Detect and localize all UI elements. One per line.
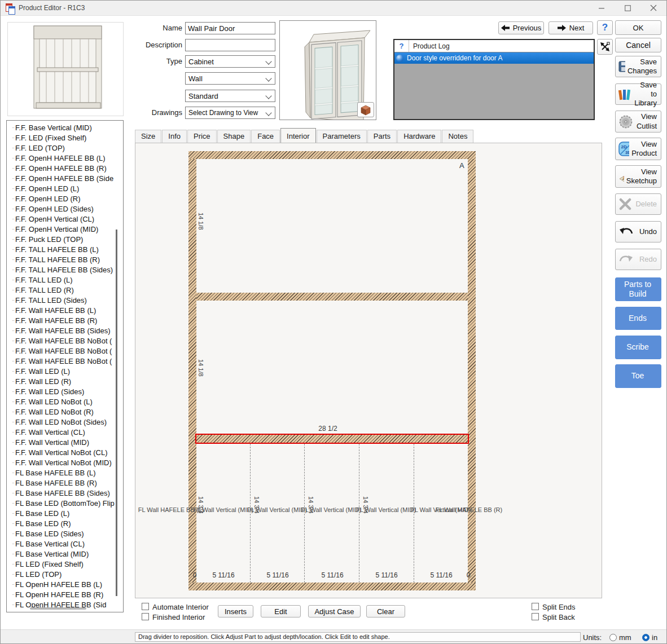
case-left-panel[interactable]	[188, 159, 196, 583]
split-back-checkbox[interactable]	[532, 613, 539, 620]
view-cutlist-button[interactable]: View Cutlist	[615, 111, 661, 133]
tab-parts[interactable]: Parts	[367, 130, 397, 143]
list-item[interactable]: F.F. TALL HAFELE BB (L)	[7, 244, 123, 254]
list-item[interactable]: F.F. Wall LED (L)	[7, 366, 123, 376]
vertical-divider[interactable]	[414, 444, 414, 583]
tab-face[interactable]: Face	[251, 130, 280, 143]
list-item[interactable]: F.F. TALL LED (R)	[7, 285, 123, 295]
list-item[interactable]: FL Base LED (R)	[7, 518, 123, 528]
list-item[interactable]: FL Base HAFELE BB (Sides)	[7, 488, 123, 498]
case-right-panel[interactable]	[468, 159, 476, 583]
redo-button[interactable]: Redo	[615, 249, 661, 270]
list-item[interactable]: F.F. Wall LED NoBot (L)	[7, 396, 123, 407]
list-item[interactable]: F.F. TALL HAFELE BB (R)	[7, 254, 123, 264]
list-item[interactable]: F.F. Wall Vertical NoBot (CL)	[7, 447, 123, 457]
list-item[interactable]: F.F. OpenH HAFELE BB (R)	[7, 163, 123, 173]
units-in-radio[interactable]	[642, 634, 650, 641]
list-item[interactable]: F.F. OpenH HAFELE BB (Side	[7, 173, 123, 183]
sidebar-vertical-scrollbar[interactable]	[116, 230, 117, 596]
vertical-divider[interactable]	[304, 444, 305, 583]
list-item[interactable]: FL LED (TOP)	[7, 569, 123, 579]
clear-button[interactable]: Clear	[366, 605, 405, 617]
view-cube-button[interactable]	[357, 102, 374, 117]
selected-shelf[interactable]	[195, 434, 469, 444]
list-item[interactable]: F.F. TALL LED (Sides)	[7, 295, 123, 305]
list-item[interactable]: F.F. Wall HAFELE BB NoBot (	[7, 336, 123, 346]
list-item[interactable]: FL Base Vertical (MID)	[7, 549, 123, 559]
type-dropdown[interactable]: Cabinet	[185, 55, 275, 68]
list-item[interactable]: F.F. Wall HAFELE BB (Sides)	[7, 325, 123, 336]
split-ends-checkbox[interactable]	[532, 603, 539, 610]
list-item[interactable]: F.F. Wall HAFELE BB (R)	[7, 315, 123, 325]
subtype-dropdown[interactable]: Wall	[185, 72, 275, 85]
minimize-icon[interactable]	[589, 1, 615, 15]
help-button[interactable]: ?	[597, 20, 613, 35]
vertical-divider[interactable]	[359, 444, 359, 583]
automate-interior-checkbox[interactable]	[142, 603, 149, 610]
delete-button[interactable]: Delete	[615, 193, 661, 215]
list-item[interactable]: F.F. Wall LED NoBot (Sides)	[7, 417, 123, 427]
list-item[interactable]: FL OpenH HAFELE BB (L)	[7, 579, 123, 589]
tab-price[interactable]: Price	[187, 130, 217, 143]
sidebar-horizontal-scrollbar[interactable]	[30, 607, 86, 610]
tab-info[interactable]: Info	[162, 130, 187, 143]
view-product-button[interactable]: 2D3D View Product	[615, 138, 661, 160]
list-item[interactable]: FL Base HAFELE BB (R)	[7, 478, 123, 488]
list-item[interactable]: FL Base Vertical (CL)	[7, 539, 123, 549]
tab-size[interactable]: Size	[135, 130, 161, 143]
list-item[interactable]: FL Base HAFELE BB (L)	[7, 467, 123, 478]
finished-interior-checkbox[interactable]	[142, 613, 149, 620]
list-item[interactable]: F.F. Wall HAFELE BB (L)	[7, 305, 123, 315]
tab-notes[interactable]: Notes	[442, 130, 473, 143]
name-input[interactable]	[185, 22, 275, 34]
standard-dropdown[interactable]: Standard	[185, 90, 275, 102]
edit-button[interactable]: Edit	[261, 605, 301, 617]
list-item[interactable]: FL Base LED (BottomToe) Flip	[7, 498, 123, 508]
list-item[interactable]: F.F. OpenH HAFELE BB (L)	[7, 153, 123, 163]
units-mm-radio[interactable]	[609, 634, 617, 641]
list-item[interactable]: F.F. Wall LED NoBot (R)	[7, 407, 123, 417]
tab-parameters[interactable]: Parameters	[317, 130, 367, 143]
save-changes-button[interactable]: Save Changes	[615, 56, 661, 77]
list-item[interactable]: F.F. Wall LED (Sides)	[7, 386, 123, 396]
list-item[interactable]: F.F. Puck LED (TOP)	[7, 234, 123, 244]
maximize-icon[interactable]	[615, 1, 640, 15]
tab-shape[interactable]: Shape	[217, 130, 251, 143]
save-to-library-button[interactable]: Save to Library	[615, 83, 661, 105]
list-item[interactable]: F.F. OpenH LED (R)	[7, 193, 123, 204]
fixed-shelf[interactable]	[196, 293, 468, 301]
list-item[interactable]: F.F. Wall Vertical (CL)	[7, 427, 123, 437]
list-item[interactable]: F.F. OpenH Vertical (MID)	[7, 224, 123, 234]
product-log-entry[interactable]: Door style overridden for door A	[394, 52, 594, 64]
cancel-button[interactable]: Cancel	[615, 38, 661, 52]
list-item[interactable]: FL Base LED (L)	[7, 508, 123, 518]
dimension-tool-button[interactable]	[597, 39, 613, 55]
ends-button[interactable]: Ends	[615, 307, 661, 330]
tab-interior[interactable]: Interior	[280, 128, 315, 143]
next-button[interactable]: Next	[548, 21, 593, 34]
list-item[interactable]: F.F. LED (Fixed Shelf)	[7, 133, 123, 143]
scribe-button[interactable]: Scribe	[615, 336, 661, 359]
view-sketchup-button[interactable]: View Sketchup	[615, 165, 661, 188]
adjust-case-button[interactable]: Adjust Case	[308, 605, 361, 617]
list-item[interactable]: F.F. OpenH Vertical (CL)	[7, 214, 123, 224]
parts-to-build-button[interactable]: Parts to Build	[615, 277, 661, 301]
close-icon[interactable]	[640, 1, 666, 15]
list-item[interactable]: F.F. LED (TOP)	[7, 143, 123, 153]
inserts-button[interactable]: Inserts	[218, 605, 253, 617]
case-bottom-panel[interactable]	[188, 583, 476, 590]
list-item[interactable]: FL Base LED (Sides)	[7, 528, 123, 539]
previous-button[interactable]: Previous	[498, 21, 544, 34]
list-item[interactable]: F.F. OpenH LED (Sides)	[7, 204, 123, 214]
ok-button[interactable]: OK	[615, 20, 661, 35]
drawings-dropdown[interactable]: Select Drawing to View	[185, 107, 275, 119]
case-top-panel[interactable]	[188, 151, 476, 159]
list-item[interactable]: FL LED (Fixed Shelf)	[7, 559, 123, 569]
list-item[interactable]: F.F. Wall Vertical NoBot (MID)	[7, 457, 123, 467]
list-item[interactable]: F.F. TALL HAFELE BB (Sides)	[7, 264, 123, 275]
list-item[interactable]: F.F. Wall LED (R)	[7, 376, 123, 386]
list-item[interactable]: F.F. Wall HAFELE BB NoBot (	[7, 356, 123, 366]
list-item[interactable]: F.F. Base Vertical (MID)	[7, 122, 123, 133]
list-item[interactable]: FL OpenH HAFELE BB (R)	[7, 589, 123, 599]
list-item[interactable]: F.F. Wall Vertical (MID)	[7, 437, 123, 447]
